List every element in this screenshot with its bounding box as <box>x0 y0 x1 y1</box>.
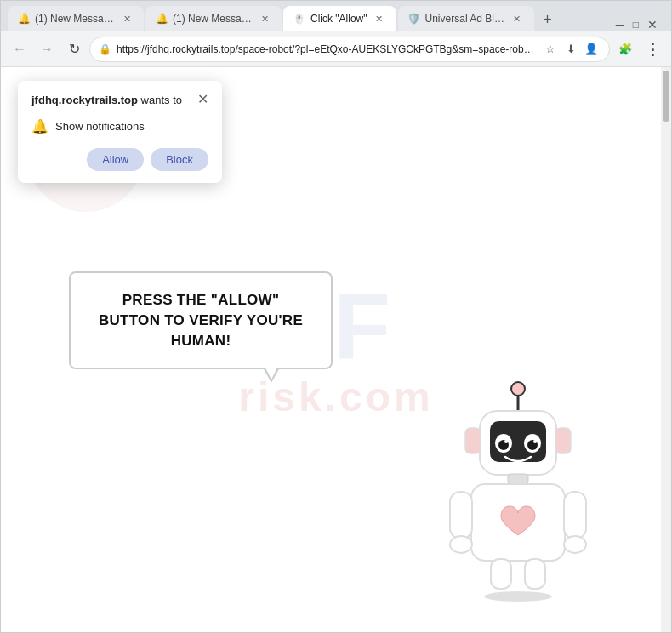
notif-site: jfdhq.rockytrails.top <box>31 94 138 106</box>
url-text: https://jfdhq.rockytrails.top/space-robo… <box>117 43 536 55</box>
svg-rect-15 <box>564 492 586 539</box>
tab-1-favicon: 🔔 <box>18 13 30 25</box>
svg-rect-18 <box>491 559 511 589</box>
robot-illustration <box>433 368 603 607</box>
toolbar: ← → ↻ 🔒 https://jfdhq.rockytrails.top/sp… <box>1 31 671 67</box>
tab-1-close[interactable]: ✕ <box>120 12 134 26</box>
svg-rect-19 <box>525 559 545 589</box>
tab-4-close[interactable]: ✕ <box>510 12 524 26</box>
tab-3-close[interactable]: ✕ <box>373 12 386 26</box>
notif-close-button[interactable]: ✕ <box>197 93 208 106</box>
download-icon[interactable]: ⬇ <box>561 40 580 59</box>
tab-2-close[interactable]: ✕ <box>258 12 271 26</box>
scrollbar[interactable] <box>661 67 671 632</box>
tab-4[interactable]: 🛡️ Universal Ad Blocker ✕ <box>398 6 534 31</box>
svg-rect-3 <box>465 428 481 453</box>
svg-point-17 <box>564 536 586 553</box>
tab-3[interactable]: 🖱️ Click "Allow" ✕ <box>283 6 396 31</box>
browser-window: 🔔 (1) New Message! ✕ 🔔 (1) New Message! … <box>0 0 672 633</box>
notification-popup: jfdhq.rockytrails.top wants to ✕ 🔔 Show … <box>18 81 222 183</box>
tab-1-title: (1) New Message! <box>35 13 115 25</box>
speech-bubble: PRESS THE "ALLOW" BUTTON TO VERIFY YOU'R… <box>69 271 333 369</box>
svg-rect-4 <box>555 428 571 453</box>
svg-point-11 <box>533 440 537 443</box>
tab-4-title: Universal Ad Blocker <box>425 13 505 25</box>
tab-3-title: Click "Allow" <box>310 13 367 25</box>
svg-point-10 <box>504 440 508 443</box>
scrollbar-thumb[interactable] <box>663 71 669 122</box>
address-bar-actions: ☆ ⬇ 👤 <box>541 40 601 59</box>
address-bar[interactable]: 🔒 https://jfdhq.rockytrails.top/space-ro… <box>89 37 610 62</box>
notif-permission-row: 🔔 Show notifications <box>31 117 208 136</box>
svg-point-1 <box>511 382 525 396</box>
tab-bar: 🔔 (1) New Message! ✕ 🔔 (1) New Message! … <box>1 1 671 31</box>
robot-svg <box>433 368 603 607</box>
back-button[interactable]: ← <box>8 37 31 61</box>
maximize-button[interactable]: □ <box>633 19 639 31</box>
notif-header: jfdhq.rockytrails.top wants to ✕ <box>31 93 208 108</box>
tab-2-title: (1) New Message! <box>173 13 253 25</box>
profile-icon[interactable]: 👤 <box>582 40 601 59</box>
menu-button[interactable]: ⋮ <box>641 37 664 61</box>
svg-rect-12 <box>508 474 528 484</box>
page-content: JF risk.com jfdhq.rockytrails.top wants … <box>1 67 671 632</box>
forward-button[interactable]: → <box>35 37 59 61</box>
svg-rect-14 <box>450 492 472 539</box>
tab-1[interactable]: 🔔 (1) New Message! ✕ <box>8 6 144 31</box>
bell-icon: 🔔 <box>31 118 48 134</box>
svg-point-20 <box>484 591 552 602</box>
notif-title: jfdhq.rockytrails.top wants to <box>31 93 182 108</box>
minimize-button[interactable]: ─ <box>616 18 624 31</box>
tab-2[interactable]: 🔔 (1) New Message! ✕ <box>145 6 282 31</box>
close-button[interactable]: ✕ <box>647 18 658 31</box>
tab-4-favicon: 🛡️ <box>408 13 420 25</box>
notif-buttons: Allow Block <box>31 148 208 171</box>
allow-button[interactable]: Allow <box>87 148 144 171</box>
bookmark-icon[interactable]: ☆ <box>541 40 560 59</box>
reload-button[interactable]: ↻ <box>62 37 86 61</box>
lock-icon: 🔒 <box>99 43 111 55</box>
tab-3-favicon: 🖱️ <box>293 13 305 25</box>
notif-permission-label: Show notifications <box>55 120 145 133</box>
svg-point-16 <box>450 536 472 553</box>
block-button[interactable]: Block <box>151 148 208 171</box>
extensions-button[interactable]: 🧩 <box>613 37 637 61</box>
new-tab-button[interactable]: + <box>536 8 560 31</box>
speech-bubble-text: PRESS THE "ALLOW" BUTTON TO VERIFY YOU'R… <box>96 290 305 351</box>
tab-2-favicon: 🔔 <box>156 13 168 25</box>
notif-wants: wants to <box>138 94 182 106</box>
